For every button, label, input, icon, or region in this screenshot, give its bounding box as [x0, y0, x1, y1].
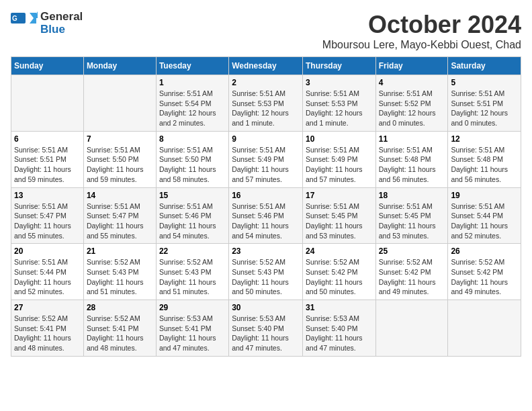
calendar-cell: 23Sunrise: 5:52 AMSunset: 5:43 PMDayligh…	[229, 244, 303, 300]
day-info: Sunrise: 5:53 AMSunset: 5:41 PMDaylight:…	[159, 314, 226, 353]
day-info: Sunrise: 5:52 AMSunset: 5:42 PMDaylight:…	[379, 257, 445, 297]
day-number: 2	[232, 78, 300, 87]
calendar-cell: 2Sunrise: 5:51 AMSunset: 5:53 PMDaylight…	[229, 75, 303, 132]
day-number: 14	[87, 191, 153, 200]
calendar-cell: 30Sunrise: 5:53 AMSunset: 5:40 PMDayligh…	[229, 300, 303, 357]
day-info: Sunrise: 5:51 AMSunset: 5:48 PMDaylight:…	[451, 145, 518, 185]
day-number: 3	[306, 78, 373, 87]
day-number: 9	[232, 134, 300, 144]
calendar-cell: 28Sunrise: 5:52 AMSunset: 5:41 PMDayligh…	[83, 300, 156, 357]
calendar-week-row: 6Sunrise: 5:51 AMSunset: 5:51 PMDaylight…	[11, 131, 521, 187]
calendar-week-row: 20Sunrise: 5:51 AMSunset: 5:44 PMDayligh…	[11, 244, 521, 300]
day-number: 10	[306, 134, 373, 144]
calendar-table: SundayMondayTuesdayWednesdayThursdayFrid…	[11, 56, 521, 357]
day-info: Sunrise: 5:53 AMSunset: 5:40 PMDaylight:…	[232, 314, 300, 353]
day-info: Sunrise: 5:51 AMSunset: 5:50 PMDaylight:…	[159, 145, 226, 185]
day-number: 1	[159, 78, 226, 87]
day-number: 7	[87, 134, 153, 144]
logo-general: General	[40, 10, 83, 23]
calendar-week-row: 13Sunrise: 5:51 AMSunset: 5:47 PMDayligh…	[11, 187, 521, 244]
month-title: October 2024	[322, 11, 521, 39]
day-info: Sunrise: 5:51 AMSunset: 5:47 PMDaylight:…	[87, 201, 153, 241]
day-info: Sunrise: 5:51 AMSunset: 5:53 PMDaylight:…	[306, 89, 373, 128]
day-number: 28	[87, 303, 153, 312]
calendar-cell: 29Sunrise: 5:53 AMSunset: 5:41 PMDayligh…	[156, 300, 228, 357]
weekday-header-tuesday: Tuesday	[156, 57, 228, 75]
calendar-cell: 20Sunrise: 5:51 AMSunset: 5:44 PMDayligh…	[11, 244, 84, 300]
day-number: 12	[451, 134, 518, 144]
calendar-cell: 5Sunrise: 5:51 AMSunset: 5:51 PMDaylight…	[448, 75, 521, 132]
day-number: 17	[306, 191, 373, 200]
day-info: Sunrise: 5:51 AMSunset: 5:49 PMDaylight:…	[232, 145, 300, 185]
day-number: 15	[159, 191, 226, 200]
calendar-cell: 11Sunrise: 5:51 AMSunset: 5:48 PMDayligh…	[375, 131, 448, 187]
day-number: 21	[87, 246, 153, 256]
calendar-cell	[83, 75, 156, 132]
calendar-cell: 21Sunrise: 5:52 AMSunset: 5:43 PMDayligh…	[83, 244, 156, 300]
calendar-cell: 3Sunrise: 5:51 AMSunset: 5:53 PMDaylight…	[302, 75, 375, 132]
day-info: Sunrise: 5:51 AMSunset: 5:53 PMDaylight:…	[232, 89, 300, 128]
calendar-cell: 10Sunrise: 5:51 AMSunset: 5:49 PMDayligh…	[302, 131, 375, 187]
day-number: 16	[232, 191, 300, 200]
logo: G General Blue	[11, 11, 83, 36]
day-info: Sunrise: 5:51 AMSunset: 5:52 PMDaylight:…	[379, 89, 445, 128]
calendar-cell: 27Sunrise: 5:52 AMSunset: 5:41 PMDayligh…	[11, 300, 84, 357]
calendar-cell: 4Sunrise: 5:51 AMSunset: 5:52 PMDaylight…	[375, 75, 448, 132]
logo-icon: G	[11, 11, 38, 36]
calendar-cell: 13Sunrise: 5:51 AMSunset: 5:47 PMDayligh…	[11, 187, 84, 244]
calendar-cell	[375, 300, 448, 357]
calendar-body: 1Sunrise: 5:51 AMSunset: 5:54 PMDaylight…	[11, 75, 521, 357]
weekday-header-wednesday: Wednesday	[229, 57, 303, 75]
day-info: Sunrise: 5:51 AMSunset: 5:47 PMDaylight:…	[14, 201, 81, 241]
day-info: Sunrise: 5:52 AMSunset: 5:43 PMDaylight:…	[232, 257, 300, 297]
calendar-cell: 31Sunrise: 5:53 AMSunset: 5:40 PMDayligh…	[302, 300, 375, 357]
calendar-week-row: 1Sunrise: 5:51 AMSunset: 5:54 PMDaylight…	[11, 75, 521, 132]
day-info: Sunrise: 5:51 AMSunset: 5:45 PMDaylight:…	[306, 201, 373, 241]
calendar-cell: 22Sunrise: 5:52 AMSunset: 5:43 PMDayligh…	[156, 244, 228, 300]
day-number: 19	[451, 191, 518, 200]
day-info: Sunrise: 5:52 AMSunset: 5:41 PMDaylight:…	[87, 314, 153, 353]
calendar-cell: 12Sunrise: 5:51 AMSunset: 5:48 PMDayligh…	[448, 131, 521, 187]
page-header: G General Blue October 2024 Mboursou Ler…	[11, 11, 521, 51]
calendar-cell: 6Sunrise: 5:51 AMSunset: 5:51 PMDaylight…	[11, 131, 84, 187]
day-info: Sunrise: 5:51 AMSunset: 5:45 PMDaylight:…	[379, 201, 445, 241]
svg-text:G: G	[12, 15, 17, 22]
calendar-cell: 17Sunrise: 5:51 AMSunset: 5:45 PMDayligh…	[302, 187, 375, 244]
day-info: Sunrise: 5:52 AMSunset: 5:42 PMDaylight:…	[451, 257, 518, 297]
weekday-header-thursday: Thursday	[302, 57, 375, 75]
logo-blue: Blue	[40, 23, 65, 36]
day-number: 29	[159, 303, 226, 312]
location-title: Mboursou Lere, Mayo-Kebbi Ouest, Chad	[322, 39, 521, 51]
day-info: Sunrise: 5:52 AMSunset: 5:43 PMDaylight:…	[87, 257, 153, 297]
day-number: 13	[14, 191, 81, 200]
day-info: Sunrise: 5:51 AMSunset: 5:44 PMDaylight:…	[14, 257, 81, 297]
calendar-cell: 25Sunrise: 5:52 AMSunset: 5:42 PMDayligh…	[375, 244, 448, 300]
calendar-cell: 18Sunrise: 5:51 AMSunset: 5:45 PMDayligh…	[375, 187, 448, 244]
calendar-week-row: 27Sunrise: 5:52 AMSunset: 5:41 PMDayligh…	[11, 300, 521, 357]
day-number: 30	[232, 303, 300, 312]
weekday-header-friday: Friday	[375, 57, 448, 75]
day-info: Sunrise: 5:51 AMSunset: 5:51 PMDaylight:…	[451, 89, 518, 128]
day-info: Sunrise: 5:53 AMSunset: 5:40 PMDaylight:…	[306, 314, 373, 353]
day-info: Sunrise: 5:52 AMSunset: 5:42 PMDaylight:…	[306, 257, 373, 297]
day-number: 24	[306, 246, 373, 256]
day-number: 5	[451, 78, 518, 87]
day-number: 8	[159, 134, 226, 144]
day-info: Sunrise: 5:52 AMSunset: 5:41 PMDaylight:…	[14, 314, 81, 353]
day-number: 27	[14, 303, 81, 312]
day-number: 4	[379, 78, 445, 87]
day-number: 20	[14, 246, 81, 256]
day-number: 18	[379, 191, 445, 200]
calendar-cell: 15Sunrise: 5:51 AMSunset: 5:46 PMDayligh…	[156, 187, 228, 244]
calendar-cell: 24Sunrise: 5:52 AMSunset: 5:42 PMDayligh…	[302, 244, 375, 300]
weekday-header-sunday: Sunday	[11, 57, 84, 75]
weekday-header-monday: Monday	[83, 57, 156, 75]
day-number: 31	[306, 303, 373, 312]
day-number: 26	[451, 246, 518, 256]
calendar-cell: 7Sunrise: 5:51 AMSunset: 5:50 PMDaylight…	[83, 131, 156, 187]
day-info: Sunrise: 5:51 AMSunset: 5:54 PMDaylight:…	[159, 89, 226, 128]
calendar-cell: 1Sunrise: 5:51 AMSunset: 5:54 PMDaylight…	[156, 75, 228, 132]
day-number: 6	[14, 134, 81, 144]
calendar-cell: 19Sunrise: 5:51 AMSunset: 5:44 PMDayligh…	[448, 187, 521, 244]
calendar-header-row: SundayMondayTuesdayWednesdayThursdayFrid…	[11, 57, 521, 75]
